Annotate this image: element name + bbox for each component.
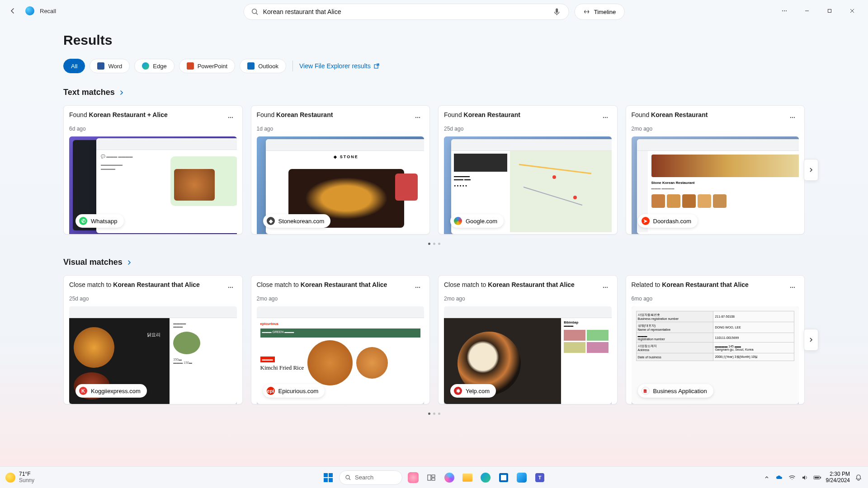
card-more-button[interactable] bbox=[599, 281, 612, 294]
text-matches-row: Found Korean Restaurant + Alice 6d ago 💬… bbox=[63, 105, 805, 235]
svg-line-1 bbox=[256, 13, 258, 14]
edge-icon bbox=[481, 473, 491, 483]
whatsapp-icon: ✆ bbox=[79, 217, 87, 225]
taskbar-search[interactable]: Search bbox=[339, 470, 402, 485]
source-pill: ◆Stonekorean.com bbox=[263, 214, 331, 228]
svg-point-38 bbox=[346, 475, 349, 479]
filter-all[interactable]: All bbox=[63, 59, 85, 73]
maximize-button[interactable] bbox=[819, 4, 840, 18]
svg-point-28 bbox=[231, 287, 232, 288]
source-pill: ✆Whatsapp bbox=[75, 214, 124, 228]
close-button[interactable] bbox=[842, 4, 863, 18]
task-view-icon bbox=[427, 473, 436, 482]
card-more-button[interactable] bbox=[786, 281, 799, 294]
svg-rect-44 bbox=[814, 477, 819, 479]
svg-point-16 bbox=[417, 117, 418, 118]
svg-rect-41 bbox=[432, 475, 435, 477]
svg-point-15 bbox=[415, 117, 416, 118]
chevron-right-icon bbox=[126, 259, 132, 266]
result-card[interactable]: Close match to Korean Restaurant that Al… bbox=[63, 275, 243, 404]
scroll-next-button[interactable] bbox=[804, 329, 818, 351]
card-more-button[interactable] bbox=[411, 111, 424, 124]
card-more-button[interactable] bbox=[411, 281, 424, 294]
search-box[interactable] bbox=[244, 4, 569, 20]
visual-matches-row: Close match to Korean Restaurant that Al… bbox=[63, 275, 805, 404]
divider bbox=[292, 61, 293, 71]
card-timestamp: 1d ago bbox=[257, 126, 425, 132]
card-more-button[interactable] bbox=[599, 111, 612, 124]
svg-rect-45 bbox=[820, 477, 821, 479]
svg-line-22 bbox=[524, 187, 582, 205]
tray-chevron-icon[interactable] bbox=[763, 474, 771, 482]
svg-line-21 bbox=[519, 164, 591, 174]
card-title: Close match to Korean Restaurant that Al… bbox=[257, 281, 387, 288]
taskbar-app-teams[interactable]: T bbox=[533, 470, 547, 485]
start-button[interactable] bbox=[321, 470, 335, 485]
notifications-icon[interactable] bbox=[854, 474, 863, 482]
svg-point-27 bbox=[230, 287, 231, 288]
epicurious-icon: epi bbox=[267, 387, 275, 395]
app-icon bbox=[517, 473, 527, 483]
svg-point-26 bbox=[228, 287, 229, 288]
taskbar-clock[interactable]: 2:30 PM9/24/2024 bbox=[826, 471, 850, 484]
result-card[interactable]: Related to Korean Restaurant that Alice … bbox=[626, 275, 805, 404]
scroll-next-button[interactable] bbox=[804, 159, 818, 181]
taskbar-app-explorer[interactable] bbox=[460, 470, 475, 485]
google-icon bbox=[454, 217, 462, 225]
svg-point-13 bbox=[230, 117, 231, 118]
source-pill: Google.com bbox=[450, 214, 504, 228]
card-more-button[interactable] bbox=[224, 111, 237, 124]
taskbar-app-taskview[interactable] bbox=[424, 470, 439, 485]
tray-volume-icon[interactable] bbox=[801, 474, 809, 482]
minimize-button[interactable] bbox=[797, 4, 817, 18]
file-explorer-link[interactable]: View File Explorer results bbox=[299, 62, 380, 70]
svg-line-39 bbox=[349, 479, 350, 480]
card-thumbnail: 💬 ▬▬▬ ▬▬▬▬▬▬▬▬▬▬▬▬▬▬ ✆Whatsapp bbox=[69, 136, 237, 234]
filter-powerpoint[interactable]: PowerPoint bbox=[179, 59, 235, 73]
search-icon bbox=[345, 474, 351, 481]
svg-point-20 bbox=[606, 117, 607, 118]
filter-edge[interactable]: Edge bbox=[134, 59, 174, 73]
result-card[interactable]: Found Korean Restaurant + Alice 6d ago 💬… bbox=[63, 105, 243, 235]
text-matches-header[interactable]: Text matches bbox=[63, 88, 805, 97]
site-icon: ◆ bbox=[267, 217, 275, 225]
card-more-button[interactable] bbox=[786, 111, 799, 124]
card-timestamp: 2mo ago bbox=[257, 296, 425, 302]
outlook-icon bbox=[247, 62, 255, 70]
search-input[interactable] bbox=[263, 8, 548, 15]
app-icon bbox=[408, 472, 419, 483]
powerpoint-icon bbox=[187, 62, 194, 70]
result-card[interactable]: Found Korean Restaurant 25d ago ▬▬▬▬▬▬▬▬… bbox=[438, 105, 618, 235]
more-button[interactable] bbox=[774, 4, 795, 18]
svg-rect-2 bbox=[556, 9, 558, 13]
card-thumbnail: Bibimbap▬▬▬ ✱Yelp.com bbox=[444, 306, 612, 404]
tray-battery-icon[interactable] bbox=[813, 474, 821, 482]
result-card[interactable]: Found Korean Restaurant 2mo ago Stone Ko… bbox=[626, 105, 805, 235]
timeline-button[interactable]: Timeline bbox=[575, 4, 625, 20]
taskbar-app-store[interactable] bbox=[496, 470, 511, 485]
back-button[interactable] bbox=[5, 4, 20, 18]
taskbar-app-copilot[interactable] bbox=[442, 470, 457, 485]
card-thumbnail: epicurious▬▬▬ GREEN ▬▬▬▬▬▬Kimchi Fried R… bbox=[257, 306, 425, 404]
card-more-button[interactable] bbox=[224, 281, 237, 294]
result-card[interactable]: Found Korean Restaurant 1d ago ◆ STONE ◆… bbox=[251, 105, 430, 235]
result-card[interactable]: Close match to Korean Restaurant that Al… bbox=[251, 275, 430, 404]
taskbar-app-edge[interactable] bbox=[478, 470, 493, 485]
filter-outlook[interactable]: Outlook bbox=[240, 59, 286, 73]
copilot-icon bbox=[444, 473, 454, 483]
microphone-icon[interactable] bbox=[552, 7, 561, 16]
svg-point-23 bbox=[790, 117, 791, 118]
taskbar-app[interactable] bbox=[406, 470, 420, 485]
sun-icon bbox=[5, 473, 15, 483]
svg-point-19 bbox=[604, 117, 605, 118]
filter-word[interactable]: Word bbox=[90, 59, 130, 73]
word-icon bbox=[97, 62, 104, 70]
taskbar-app[interactable] bbox=[514, 470, 529, 485]
source-pill: KKoggiiexpress.com bbox=[75, 384, 147, 398]
weather-widget[interactable]: 71°FSunny bbox=[5, 471, 34, 484]
result-card[interactable]: Close match to Korean Restaurant that Al… bbox=[438, 275, 618, 404]
tray-onedrive-icon[interactable] bbox=[775, 474, 783, 482]
tray-wifi-icon[interactable] bbox=[788, 474, 796, 482]
svg-point-6 bbox=[786, 10, 787, 11]
visual-matches-header[interactable]: Visual matches bbox=[63, 258, 805, 267]
